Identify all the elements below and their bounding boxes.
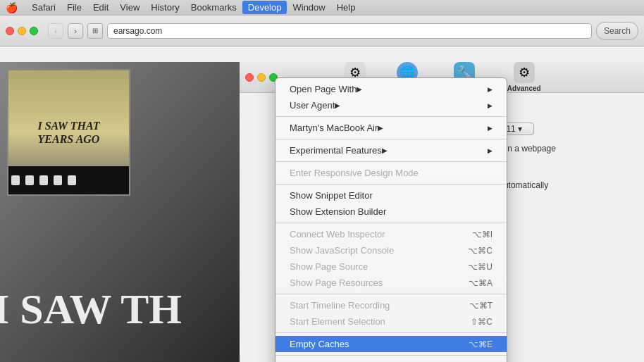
apple-menu[interactable]: 🍎 <box>6 2 18 13</box>
menubar-window[interactable]: Window <box>287 1 330 14</box>
submenu-arrow: ▶ <box>357 85 362 93</box>
menu-sep-7 <box>275 332 507 333</box>
menu-item-web-inspector: Connect Web Inspector ⌥⌘I <box>275 226 507 242</box>
shortcut-empty-caches: ⌥⌘E <box>469 339 493 349</box>
menu-label-timeline: Start Timeline Recording <box>290 300 390 311</box>
film-hole <box>54 175 62 185</box>
menu-label-user-agent: User Agent <box>290 100 335 111</box>
shortcut-element-selection: ⇧⌘C <box>471 317 493 327</box>
search-label: Search <box>604 26 631 36</box>
menu-sep-4 <box>275 184 507 185</box>
film-hole <box>68 175 76 185</box>
shortcut-web-inspector: ⌥⌘I <box>472 230 493 239</box>
menubar-history[interactable]: History <box>145 1 185 14</box>
menu-item-snippet[interactable]: Show Snippet Editor <box>275 187 507 204</box>
menubar-edit[interactable]: Edit <box>87 1 114 14</box>
back-button[interactable]: ‹ <box>48 23 63 39</box>
menu-label-js-console: Show JavaScript Console <box>290 245 394 256</box>
menu-label-page-resources: Show Page Resources <box>290 277 383 288</box>
menubar-view[interactable]: View <box>114 1 145 14</box>
minimize-button[interactable] <box>18 27 26 35</box>
menu-label-element-selection: Start Element Selection <box>290 316 385 327</box>
film-hole <box>11 175 20 185</box>
menu-sep-5 <box>275 223 507 223</box>
menubar-safari[interactable]: Safari <box>26 1 61 14</box>
advanced-label: Advanced <box>507 85 541 92</box>
menu-item-user-agent[interactable]: User Agent ▶ <box>275 97 507 113</box>
shortcut-page-resources: ⌥⌘A <box>469 278 493 288</box>
browser-window: ‹ › ⊞ earsago.com Search I SAW THATYEARS… <box>0 15 644 362</box>
prefs-tab-advanced[interactable]: ⚙ Advanced <box>502 61 547 94</box>
film-hole <box>25 175 34 185</box>
shortcut-page-source: ⌥⌘U <box>468 262 493 272</box>
menu-label-web-inspector: Connect Web Inspector <box>290 229 385 239</box>
close-button[interactable] <box>6 27 14 35</box>
menu-item-timeline: Start Timeline Recording ⌥⌘T <box>275 297 507 313</box>
popup-minimize[interactable] <box>257 73 266 82</box>
website-background: I SAW THATYEARS AGO I SAW TH <box>0 62 275 362</box>
font-size-select[interactable]: 11 ▾ <box>502 123 534 135</box>
develop-dropdown: Open Page With ▶ User Agent ▶ Martyn's M… <box>275 77 507 362</box>
menu-label-open-page: Open Page With <box>290 84 357 94</box>
menubar-help[interactable]: Help <box>331 1 361 14</box>
zoom-button[interactable] <box>30 27 38 35</box>
menu-sep-6 <box>275 294 507 294</box>
menu-sep-8 <box>275 355 507 356</box>
menu-label-macbook: Martyn's MacBook Air <box>290 123 378 133</box>
content-area: I SAW THATYEARS AGO I SAW TH <box>0 62 644 362</box>
menu-label-snippet: Show Snippet Editor <box>290 190 373 201</box>
menu-item-responsive: Enter Responsive Design Mode <box>275 165 507 181</box>
website-thumbnail: I SAW THATYEARS AGO <box>7 69 130 196</box>
shortcut-timeline: ⌥⌘T <box>469 301 493 311</box>
menubar-bookmarks[interactable]: Bookmarks <box>185 1 242 14</box>
submenu-arrow: ▶ <box>335 101 340 109</box>
menu-sep-3 <box>275 161 507 162</box>
menu-label-extension-builder: Show Extension Builder <box>290 206 386 217</box>
url-text: earsago.com <box>113 26 162 36</box>
submenu-arrow: ▶ <box>378 124 383 132</box>
traffic-lights <box>6 27 38 35</box>
menu-item-experimental[interactable]: Experimental Features ▶ <box>275 142 507 158</box>
menu-item-macbook[interactable]: Martyn's MacBook Air ▶ <box>275 120 507 136</box>
filmstrip <box>8 166 129 194</box>
menu-sep-1 <box>275 116 507 117</box>
menu-item-element-selection: Start Element Selection ⇧⌘C <box>275 313 507 330</box>
menu-item-js-console: Show JavaScript Console ⌥⌘C <box>275 242 507 258</box>
menubar: 🍎 Safari File Edit View History Bookmark… <box>0 0 644 15</box>
submenu-arrow: ▶ <box>382 146 388 154</box>
film-hole <box>39 175 48 185</box>
popup-close[interactable] <box>245 73 254 82</box>
popup-traffic-lights <box>245 73 278 82</box>
menu-label-responsive: Enter Responsive Design Mode <box>290 168 419 178</box>
big-text: I SAW TH <box>0 285 182 334</box>
menu-item-disable-images[interactable]: Disable Images <box>275 358 507 362</box>
menu-label-empty-caches: Empty Caches <box>290 339 349 349</box>
shortcut-js-console: ⌥⌘C <box>468 246 493 256</box>
menu-item-open-page[interactable]: Open Page With ▶ <box>275 81 507 97</box>
menu-sep-2 <box>275 139 507 139</box>
menubar-develop[interactable]: Develop <box>242 1 287 14</box>
menu-item-page-resources: Show Page Resources ⌥⌘A <box>275 275 507 291</box>
menubar-file[interactable]: File <box>61 1 87 14</box>
advanced-icon: ⚙ <box>514 62 535 83</box>
menu-item-page-source: Show Page Source ⌥⌘U <box>275 258 507 275</box>
url-bar[interactable]: earsago.com <box>107 23 592 39</box>
menu-item-extension-builder[interactable]: Show Extension Builder <box>275 204 507 220</box>
browser-toolbar: ‹ › ⊞ earsago.com Search <box>0 15 644 46</box>
menu-item-empty-caches[interactable]: Empty Caches ⌥⌘E <box>275 336 507 352</box>
search-button[interactable]: Search <box>596 22 638 40</box>
menu-label-experimental: Experimental Features <box>290 145 382 156</box>
forward-button[interactable]: › <box>68 23 83 39</box>
website-title: I SAW THATYEARS AGO <box>37 119 99 146</box>
menu-label-page-source: Show Page Source <box>290 261 368 272</box>
tab-view-button[interactable]: ⊞ <box>87 23 103 39</box>
